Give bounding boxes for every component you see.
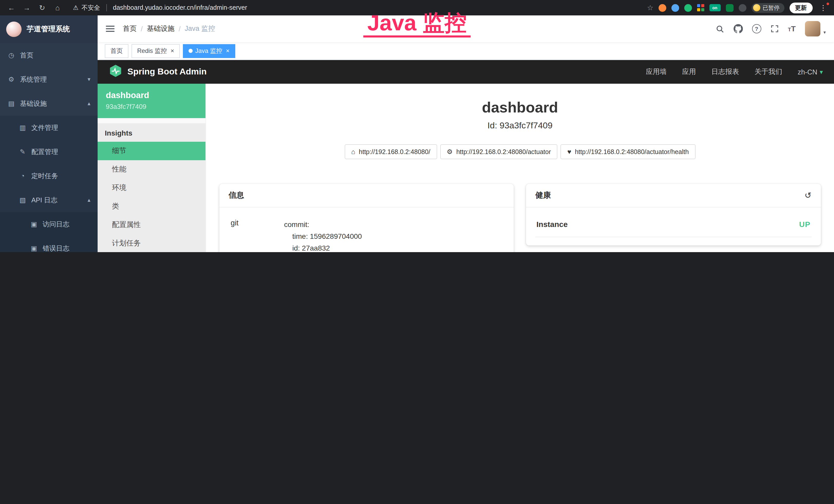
search-icon[interactable]	[715, 24, 724, 33]
health-status-badge: UP	[799, 220, 810, 229]
header-actions: ? TT ▾	[715, 21, 826, 37]
tab-home[interactable]: 首页	[105, 44, 128, 58]
cards-right-column: 健康 ↺ Instance UP	[526, 184, 821, 252]
link-base-url[interactable]: ⌂http://192.168.0.2:48080/	[345, 144, 437, 159]
sidebar-logo[interactable]: 芋道管理系统	[0, 16, 97, 43]
sba-sidebar: dashboard 93a3fc7f7409 Insights 细节 性能 环境…	[97, 84, 206, 252]
sba-menu-scheduled-tasks[interactable]: 计划任务	[97, 234, 205, 252]
git-commit-line: commit:	[284, 219, 362, 231]
sba-menu-details[interactable]: 细节	[97, 142, 205, 160]
breadcrumb-infra[interactable]: 基础设施	[147, 24, 175, 33]
fullscreen-icon[interactable]	[770, 25, 778, 33]
blue-extension-icon[interactable]	[672, 4, 679, 12]
update-notification-dot	[826, 3, 829, 5]
help-icon[interactable]: ?	[752, 24, 761, 33]
sba-frame: Spring Boot Admin 应用墙 应用 日志报表 关于我们 zh-CN…	[97, 60, 834, 252]
sidebar-item-label: 基础设施	[20, 99, 47, 108]
sba-nav-wallboard[interactable]: 应用墙	[646, 67, 666, 76]
logo-title: 芋道管理系统	[27, 25, 70, 34]
page-subtitle: Id: 93a3fc7f7409	[219, 121, 821, 131]
breadcrumb-home[interactable]: 首页	[123, 24, 137, 33]
sba-nav-journal[interactable]: 日志报表	[711, 67, 739, 76]
sidebar-item-access-logs[interactable]: ▣访问日志	[0, 212, 97, 236]
sba-navbar: Spring Boot Admin 应用墙 应用 日志报表 关于我们 zh-CN…	[97, 60, 834, 84]
main-column: 首页 / 基础设施 / Java 监控 ?	[97, 16, 834, 252]
insights-section-label: Insights	[97, 123, 205, 142]
git-key: git	[231, 219, 284, 252]
home-icon: ⌂	[351, 148, 355, 156]
leaf-extension-icon[interactable]	[726, 4, 733, 12]
dark-extension-icon[interactable]	[739, 4, 746, 12]
sidebar-item-label: 配置管理	[31, 147, 58, 156]
forward-icon[interactable]: →	[21, 2, 33, 14]
close-icon[interactable]: ×	[171, 47, 174, 54]
sba-instance-header[interactable]: dashboard 93a3fc7f7409	[97, 84, 205, 118]
sidebar-item-system[interactable]: ⚙系统管理▾	[0, 67, 97, 91]
history-icon[interactable]: ↺	[805, 190, 811, 200]
link-label: http://192.168.0.2:48080/	[359, 148, 430, 155]
browser-menu-icon[interactable]: ⋮	[817, 4, 829, 12]
hamburger-icon[interactable]	[106, 26, 114, 32]
timer-icon: ◔	[19, 172, 27, 180]
sidebar-item-api-logs[interactable]: ▧API 日志▴	[0, 188, 97, 212]
security-chip[interactable]: ⚠ 不安全	[73, 3, 100, 12]
tab-java-monitor[interactable]: Java 监控×	[183, 44, 235, 58]
divider	[106, 4, 107, 11]
sba-locale-select[interactable]: zh-CN▾	[797, 68, 823, 76]
sidebar-item-home[interactable]: ◷首页	[0, 43, 97, 67]
home-icon[interactable]: ⌂	[51, 2, 64, 14]
green-extension-icon[interactable]	[684, 4, 692, 12]
breadcrumb-current: Java 监控	[185, 24, 215, 33]
health-instance-label: Instance	[536, 220, 568, 229]
bookmark-star-icon[interactable]: ☆	[647, 4, 654, 12]
sba-menu-environment[interactable]: 环境	[97, 179, 205, 197]
pencil-icon: ✎	[19, 148, 27, 156]
heart-icon: ♥	[567, 148, 571, 156]
sba-brand-title[interactable]: Spring Boot Admin	[127, 67, 207, 77]
sidebar-item-file-manage[interactable]: ▥文件管理	[0, 116, 97, 140]
sidebar-item-label: 文件管理	[31, 123, 58, 132]
sba-menu-classes[interactable]: 类	[97, 197, 205, 216]
sba-nav-about[interactable]: 关于我们	[754, 67, 782, 76]
dashboard-icon: ◷	[7, 51, 16, 59]
user-avatar[interactable]	[805, 21, 820, 37]
sba-menu-metrics[interactable]: 性能	[97, 160, 205, 179]
sba-nav-applications[interactable]: 应用	[682, 67, 696, 76]
link-actuator[interactable]: ⚙http://192.168.0.2:48080/actuator	[440, 144, 557, 159]
file-icon: ▥	[19, 124, 27, 132]
paused-badge[interactable]: 已暂停	[751, 3, 784, 13]
cards-grid: 信息 git commit: time: 1596289704000 id: 2…	[219, 184, 821, 252]
health-card: 健康 ↺ Instance UP	[526, 184, 821, 246]
close-icon[interactable]: ×	[226, 47, 229, 54]
font-size-icon[interactable]: TT	[788, 24, 796, 33]
orange-extension-icon[interactable]	[659, 4, 666, 12]
apps-grid-extension-icon[interactable]	[697, 4, 704, 11]
tab-label: 首页	[110, 46, 123, 55]
sidebar-item-scheduled-jobs[interactable]: ◔定时任务	[0, 164, 97, 188]
health-instance-row[interactable]: Instance UP	[535, 217, 812, 237]
avatar-caret-icon: ▾	[824, 30, 826, 35]
locale-label: zh-CN	[797, 68, 817, 76]
back-icon[interactable]: ←	[5, 2, 18, 14]
on-switch-extension-icon[interactable]: on	[709, 4, 721, 11]
info-card-title: 信息	[228, 190, 244, 200]
address-bar[interactable]: dashboard.yudao.iocoder.cn/infra/admin-s…	[113, 4, 247, 11]
sidebar-item-config-manage[interactable]: ✎配置管理	[0, 140, 97, 164]
sba-logo-icon[interactable]	[109, 64, 122, 79]
link-label: http://192.168.0.2:48080/actuator/health	[575, 148, 688, 155]
link-health[interactable]: ♥http://192.168.0.2:48080/actuator/healt…	[561, 144, 696, 159]
tab-redis-monitor[interactable]: Redis 监控×	[132, 44, 180, 58]
chevron-down-icon: ▾	[88, 76, 90, 83]
reload-icon[interactable]: ↻	[36, 2, 48, 14]
health-card-title: 健康	[535, 190, 551, 200]
sba-menu-config-props[interactable]: 配置属性	[97, 216, 205, 234]
sidebar-item-infra[interactable]: ▤基础设施▴	[0, 91, 97, 116]
instance-name: dashboard	[106, 90, 197, 100]
sidebar-item-label: 首页	[20, 51, 34, 60]
instance-id: 93a3fc7f7409	[106, 103, 197, 110]
github-icon[interactable]	[733, 24, 743, 33]
update-button[interactable]: 更新	[789, 2, 812, 13]
breadcrumb-separator: /	[141, 25, 143, 32]
sidebar-item-error-logs[interactable]: ▣错误日志	[0, 236, 97, 252]
active-tab-dot	[189, 49, 193, 53]
